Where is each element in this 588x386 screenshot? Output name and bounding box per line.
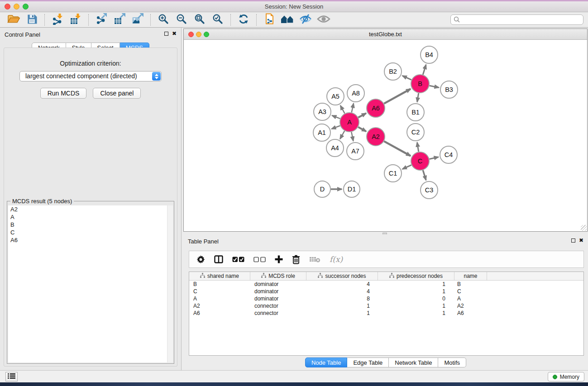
table-cell[interactable]: 8	[306, 295, 378, 302]
table-cell[interactable]: dominator	[250, 288, 306, 295]
graph-edge-A-A6[interactable]	[358, 113, 366, 117]
table-delete-button[interactable]	[309, 256, 320, 262]
table-cell[interactable]: C	[189, 288, 250, 295]
table-cell[interactable]: A	[454, 295, 487, 302]
save-session-button[interactable]	[23, 13, 41, 27]
graph-node-A1[interactable]: A1	[313, 124, 330, 141]
plus-button[interactable]	[275, 255, 283, 263]
table-cell[interactable]: A6	[454, 310, 487, 317]
mcds-result-item[interactable]: B	[8, 221, 173, 229]
graph-edge-A-A2[interactable]	[358, 127, 366, 132]
search-input[interactable]	[450, 14, 583, 25]
column-header-predecessor-nodes[interactable]: predecessor nodes	[378, 272, 454, 280]
uncheck-pair-button[interactable]	[253, 257, 266, 262]
graph-node-A[interactable]: A	[340, 113, 359, 132]
tab-node-table[interactable]: Node Table	[305, 357, 348, 367]
double-home-button[interactable]	[278, 13, 296, 27]
table-cell[interactable]: dominator	[250, 281, 306, 288]
zoom-selected-button[interactable]	[209, 13, 227, 27]
mcds-result-item[interactable]: A	[8, 213, 173, 221]
graph-edge-C-C4[interactable]	[429, 157, 438, 159]
table-cell[interactable]: 1	[378, 281, 454, 288]
tab-network-table[interactable]: Network Table	[389, 357, 438, 367]
graph-edge-A-A1[interactable]	[332, 126, 340, 129]
graph-node-D1[interactable]: D1	[344, 181, 360, 197]
task-history-button[interactable]	[5, 372, 18, 381]
graph-node-B[interactable]: B	[411, 75, 429, 93]
export-table-button[interactable]	[110, 13, 129, 27]
export-image-button[interactable]	[129, 13, 147, 27]
graph-edge-B-B4[interactable]	[423, 65, 426, 75]
mcds-result-item[interactable]: A2	[8, 205, 173, 213]
graph-edge-C-C1[interactable]	[402, 165, 411, 169]
open-session-button[interactable]	[5, 13, 23, 27]
close-panel-button[interactable]: Close panel	[93, 88, 141, 99]
graph-edge-A-A7[interactable]	[351, 132, 353, 141]
graph-edge-A-A5[interactable]	[340, 105, 345, 113]
table-cell[interactable]: 1	[306, 302, 378, 310]
table-row[interactable]: Bdominator41B	[189, 281, 583, 288]
window-resize-handle[interactable]	[581, 225, 587, 231]
graph-node-C4[interactable]: C4	[440, 146, 457, 163]
column-header-name[interactable]: name	[454, 272, 487, 280]
table-row[interactable]: A6connector11A6	[189, 310, 583, 317]
split-columns-button[interactable]	[214, 255, 223, 263]
graph-edge-B-B3[interactable]	[430, 86, 439, 87]
table-cell[interactable]: 1	[378, 288, 454, 295]
float-panel-icon[interactable]	[164, 32, 168, 36]
graph-node-C1[interactable]: C1	[384, 165, 402, 182]
graph-node-B3[interactable]: B3	[440, 81, 458, 98]
graph-node-A3[interactable]: A3	[314, 103, 331, 120]
function-builder-button[interactable]: f(x)	[330, 255, 343, 264]
table-cell[interactable]: connector	[250, 302, 306, 310]
table-cell[interactable]: C	[454, 288, 487, 295]
table-cell[interactable]: A6	[189, 310, 250, 317]
table-cell[interactable]: 1	[378, 302, 454, 310]
tab-motifs[interactable]: Motifs	[438, 357, 466, 367]
zoom-fit-button[interactable]	[191, 13, 209, 27]
import-table-button[interactable]	[67, 13, 85, 27]
trash-button[interactable]	[292, 255, 300, 264]
column-header-successor-nodes[interactable]: successor nodes	[306, 272, 378, 280]
graph-node-B4[interactable]: B4	[421, 46, 438, 63]
network-canvas[interactable]: AA1A2A3A4A5A6A7A8BB1B2B3B4CC1C2C3C4DD1	[184, 40, 587, 231]
mcds-result-item[interactable]: A6	[8, 236, 173, 244]
close-table-panel-icon[interactable]: ✖	[579, 238, 583, 243]
export-network-button[interactable]	[92, 13, 110, 27]
graph-node-A2[interactable]: A2	[367, 128, 385, 146]
table-cell[interactable]: A	[189, 295, 250, 302]
table-cell[interactable]: 0	[378, 295, 454, 302]
zoom-out-button[interactable]	[172, 13, 191, 27]
table-row[interactable]: Cdominator41C	[189, 288, 583, 295]
graph-node-C2[interactable]: C2	[407, 124, 424, 141]
graph-node-B2[interactable]: B2	[384, 63, 402, 80]
table-cell[interactable]: dominator	[250, 295, 306, 302]
table-cell[interactable]: B	[454, 281, 487, 288]
run-mcds-button[interactable]: Run MCDS	[40, 88, 87, 99]
graph-edge-C-C2[interactable]	[417, 143, 419, 152]
column-header-shared-name[interactable]: shared name	[189, 272, 250, 280]
graph-node-C3[interactable]: C3	[421, 181, 438, 199]
graph-node-B1[interactable]: B1	[407, 104, 424, 121]
graph-edge-B-B1[interactable]	[417, 93, 419, 102]
graph-node-A6[interactable]: A6	[367, 99, 385, 117]
table-cell[interactable]: 1	[378, 310, 454, 317]
optimization-criterion-dropdown[interactable]: largest connected component (directed)	[19, 71, 162, 81]
graph-edge-A2-C[interactable]	[384, 141, 411, 156]
table-cell[interactable]: 1	[306, 310, 378, 317]
table-row[interactable]: A2connector11A2	[189, 302, 583, 310]
graph-node-A7[interactable]: A7	[347, 143, 364, 160]
table-cell[interactable]: A2	[189, 302, 250, 310]
graph-edge-A-A3[interactable]	[332, 115, 340, 119]
memory-button[interactable]: Memory	[548, 372, 584, 381]
table-cell[interactable]: B	[189, 281, 250, 288]
document-share-button[interactable]	[260, 13, 278, 27]
table-row[interactable]: Adominator80A	[189, 295, 583, 302]
gear-button[interactable]	[196, 255, 205, 264]
tab-edge-table[interactable]: Edge Table	[347, 357, 389, 367]
graph-node-A4[interactable]: A4	[326, 139, 344, 157]
table-cell[interactable]: connector	[250, 310, 306, 317]
table-cell[interactable]: A2	[454, 302, 487, 310]
graph-node-D[interactable]: D	[314, 181, 330, 197]
result-list-scrollbar[interactable]	[167, 205, 173, 362]
